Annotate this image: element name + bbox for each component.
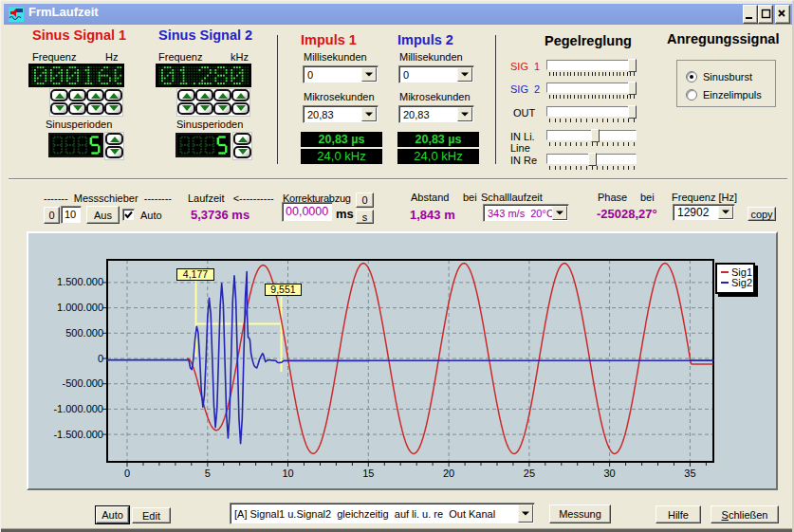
svg-text:-1.000.000: -1.000.000 <box>53 403 103 414</box>
svg-text:-500.000: -500.000 <box>63 377 103 389</box>
svg-text:10: 10 <box>282 468 293 479</box>
svg-text:500.000: 500.000 <box>65 327 103 339</box>
svg-text:0: 0 <box>124 468 130 479</box>
svg-text:1.500.000: 1.500.000 <box>57 276 103 287</box>
svg-text:Sig2: Sig2 <box>731 277 752 288</box>
svg-text:20: 20 <box>443 468 454 479</box>
svg-text:35: 35 <box>684 468 695 479</box>
svg-text:25: 25 <box>524 468 535 479</box>
svg-text:0: 0 <box>98 353 103 364</box>
svg-text:30: 30 <box>603 468 615 479</box>
svg-text:-1.500.000: -1.500.000 <box>53 429 103 440</box>
svg-text:1.000.000: 1.000.000 <box>57 302 103 313</box>
svg-text:5: 5 <box>205 468 211 479</box>
svg-text:15: 15 <box>362 468 374 479</box>
